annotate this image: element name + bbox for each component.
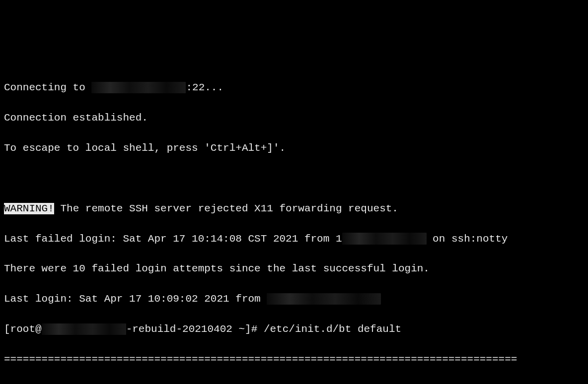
last-failed-login: Last failed login: Sat Apr 17 10:14:08 C… — [4, 232, 584, 247]
redacted-ip — [267, 293, 381, 305]
command-text: /etc/init.d/bt default — [264, 323, 401, 335]
warning-badge: WARNING! — [4, 203, 54, 214]
connection-established: Connection established. — [4, 111, 584, 126]
warning-line: WARNING! The remote SSH server rejected … — [4, 201, 584, 216]
blank-line — [4, 171, 584, 186]
connecting-line: Connecting to :22... — [4, 80, 584, 95]
terminal-output[interactable]: Connecting to :22... Connection establis… — [4, 65, 584, 384]
escape-hint: To escape to local shell, press 'Ctrl+Al… — [4, 141, 584, 156]
redacted-host — [42, 323, 126, 335]
redacted-ip — [342, 233, 427, 244]
redacted-ip — [91, 82, 186, 93]
failed-attempts: There were 10 failed login attempts sinc… — [4, 261, 584, 276]
divider: ========================================… — [4, 352, 584, 367]
prompt-line-1: [root@-rebuild-20210402 ~]# /etc/init.d/… — [4, 322, 584, 337]
last-login: Last login: Sat Apr 17 10:09:02 2021 fro… — [4, 292, 584, 307]
